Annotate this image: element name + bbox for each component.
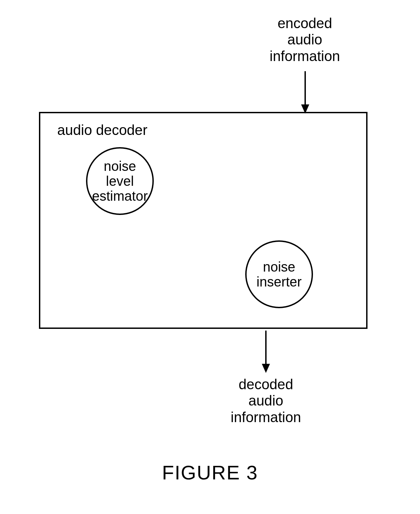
output-label-line2: audio: [249, 393, 284, 409]
inserter-line2: inserter: [256, 274, 301, 289]
estimator-line1: noise: [104, 159, 136, 174]
noise-level-estimator-circle: noise level estimator: [86, 147, 154, 215]
input-label-line3: information: [270, 48, 340, 64]
input-label-line2: audio: [288, 32, 322, 47]
input-label: encoded audio information: [261, 15, 349, 64]
input-label-line1: encoded: [277, 15, 332, 31]
output-label-line3: information: [231, 409, 301, 425]
noise-inserter-text: noise inserter: [256, 259, 301, 289]
decoder-title: audio decoder: [57, 122, 147, 138]
output-label: decoded audio information: [222, 376, 310, 426]
input-arrow-icon: [300, 71, 310, 115]
noise-inserter-circle: noise inserter: [245, 240, 313, 308]
audio-decoder-box: audio decoder noise level estimator nois…: [39, 112, 368, 329]
svg-marker-3: [262, 364, 270, 373]
diagram-container: encoded audio information audio decoder …: [0, 0, 420, 514]
output-arrow-icon: [261, 331, 271, 375]
estimator-line3: estimator: [92, 189, 148, 203]
noise-estimator-text: noise level estimator: [92, 159, 148, 203]
inserter-line1: noise: [263, 259, 295, 274]
output-label-line1: decoded: [238, 376, 293, 392]
figure-caption: FIGURE 3: [0, 461, 420, 484]
estimator-line2: level: [106, 174, 134, 189]
